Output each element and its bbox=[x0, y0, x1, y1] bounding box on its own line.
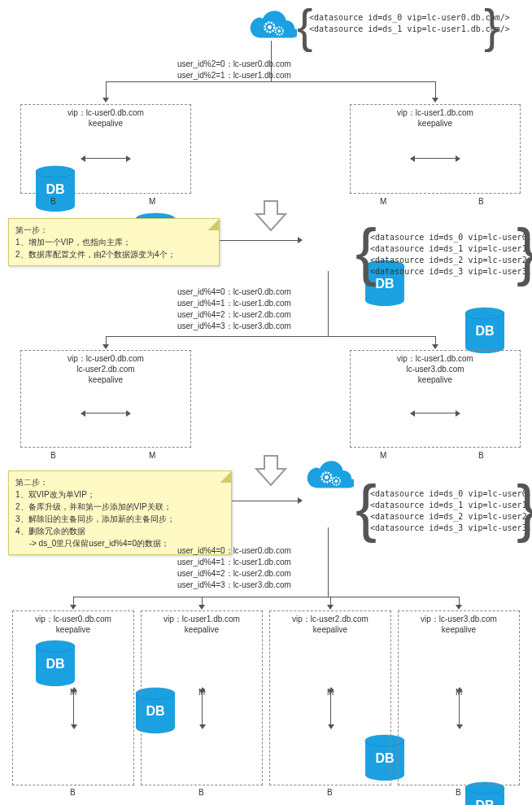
keepalive-label: keepalive bbox=[21, 118, 190, 129]
note-line: 2、数据库配置文件，由2个数据源变为4个； bbox=[15, 248, 212, 260]
b-label: B bbox=[327, 788, 333, 797]
connector-line bbox=[435, 81, 436, 99]
note-line: 2、备库升级，并和第一步添加的VIP关联； bbox=[15, 501, 225, 513]
connector-line bbox=[73, 597, 460, 597]
connector-line bbox=[232, 501, 299, 501]
note-line: 4、删除冗余的数据 bbox=[15, 525, 225, 537]
sync-arrow-icon bbox=[330, 692, 331, 724]
ds-line: <datasource id=ds_1 vip=lc-user1.db.com/… bbox=[370, 500, 532, 511]
group-label: vip：lc-user0.db.com keepalive bbox=[21, 105, 190, 129]
routing-line: user_id%2=0：lc-user0.db.com bbox=[177, 59, 291, 70]
vip-label: vip：lc-user1.db.com bbox=[351, 353, 520, 364]
ds-line: <datasource id=ds_1 vip=lc-user1.db.com/… bbox=[309, 24, 510, 35]
arrowhead-down-icon bbox=[432, 98, 438, 103]
db-text: DB bbox=[475, 324, 494, 339]
b-label: B bbox=[198, 788, 204, 797]
routing-line: user_id%4=3：lc-user3.db.com bbox=[177, 580, 291, 591]
connector-line bbox=[106, 81, 436, 82]
vip-label: vip：lc-user2.db.com bbox=[270, 614, 390, 624]
vip-label: vip：lc-user0.db.com bbox=[21, 107, 190, 118]
routing-rules: user_id%2=0：lc-user0.db.com user_id%2=1：… bbox=[177, 59, 291, 81]
ds-line: <datasource id=ds_3 vip=lc-user3.db.com/… bbox=[370, 523, 532, 534]
b-label: B bbox=[478, 197, 484, 206]
note-box-step1: 第一步： 1、增加一个VIP，也指向主库； 2、数据库配置文件，由2个数据源变为… bbox=[8, 218, 220, 266]
sync-arrow-icon bbox=[73, 692, 74, 724]
m-label: M bbox=[380, 197, 386, 206]
sync-arrow-icon bbox=[85, 158, 126, 159]
connector-line bbox=[106, 81, 107, 99]
routing-line: user_id%4=0：lc-user0.db.com bbox=[177, 545, 291, 557]
ds-line: <datasource id=ds_3 vip=lc-user3.db.com/… bbox=[370, 266, 532, 278]
ds-line: <datasource id=ds_0 vip=lc-user0.db.com/… bbox=[309, 12, 510, 24]
vip-label: lc-user3.db.com bbox=[351, 364, 520, 374]
keepalive-label: keepalive bbox=[351, 118, 520, 129]
keepalive-label: keepalive bbox=[399, 624, 519, 635]
sync-arrow-icon bbox=[85, 413, 126, 413]
arrowhead-down-icon bbox=[102, 344, 109, 349]
datasource-list: <datasource id=ds_0 vip=lc-user0.db.com/… bbox=[370, 232, 532, 278]
note-line: 3、解除旧的主备同步，添加新的主备同步； bbox=[15, 513, 225, 525]
routing-line: user_id%4=3：lc-user3.db.com bbox=[177, 321, 291, 332]
arrowhead-down-icon bbox=[432, 344, 438, 349]
m-label: M bbox=[149, 197, 155, 206]
big-arrow-down-icon bbox=[255, 454, 287, 487]
group-label: vip：lc-user0.db.com lc-user2.db.com keep… bbox=[21, 351, 190, 385]
m-label: M bbox=[149, 451, 155, 460]
b-label: B bbox=[50, 197, 56, 206]
m-label: M bbox=[380, 451, 386, 460]
brace-right-icon: } bbox=[484, 2, 499, 50]
note-line: 1、增加一个VIP，也指向主库； bbox=[15, 236, 212, 248]
routing-line: user_id%4=2：lc-user2.db.com bbox=[177, 309, 291, 321]
db-group-right: vip：lc-user1.db.com lc-user3.db.com keep… bbox=[350, 350, 521, 448]
arrowhead-right-icon bbox=[298, 497, 303, 504]
keepalive-label: keepalive bbox=[21, 374, 190, 385]
cloud-icon bbox=[305, 460, 354, 491]
note-box-step2: 第二步： 1、双VIP改为单VIP； 2、备库升级，并和第一步添加的VIP关联；… bbox=[8, 470, 232, 555]
routing-rules: user_id%4=0：lc-user0.db.com user_id%4=1：… bbox=[177, 287, 291, 332]
datasource-list: <datasource id=ds_0 vip=lc-user0.db.com/… bbox=[370, 488, 532, 534]
connector-line bbox=[106, 336, 436, 337]
keepalive-label: keepalive bbox=[270, 624, 390, 635]
vip-label: lc-user2.db.com bbox=[21, 364, 190, 374]
routing-line: user_id%4=1：lc-user1.db.com bbox=[177, 298, 291, 309]
group-label: vip：lc-user2.db.com keepalive bbox=[270, 611, 390, 635]
vip-label: vip：lc-user1.db.com bbox=[142, 614, 262, 624]
routing-rules: user_id%4=0：lc-user0.db.com user_id%4=1：… bbox=[177, 545, 291, 591]
cloud-icon bbox=[248, 10, 297, 41]
sync-arrow-icon bbox=[459, 692, 460, 724]
connector-line bbox=[328, 527, 329, 597]
keepalive-label: keepalive bbox=[351, 374, 520, 385]
connector-line bbox=[328, 271, 329, 336]
big-arrow-down-icon bbox=[255, 199, 287, 232]
ds-line: <datasource id=ds_0 vip=lc-user0.db.com/… bbox=[370, 488, 532, 500]
vip-label: vip：lc-user0.db.com bbox=[13, 614, 133, 624]
arrowhead-down-icon bbox=[327, 605, 334, 610]
arrowhead-down-icon bbox=[456, 605, 462, 610]
b-label: B bbox=[478, 451, 484, 460]
keepalive-label: keepalive bbox=[13, 624, 133, 635]
vip-label: vip：lc-user1.db.com bbox=[351, 107, 520, 118]
note-line: 1、双VIP改为单VIP； bbox=[15, 488, 225, 501]
sync-arrow-icon bbox=[415, 158, 456, 159]
datasource-list: <datasource id=ds_0 vip=lc-user0.db.com/… bbox=[309, 12, 510, 35]
arrowhead-down-icon bbox=[198, 605, 205, 610]
vip-label: vip：lc-user3.db.com bbox=[399, 614, 519, 624]
group-label: vip：lc-user1.db.com keepalive bbox=[142, 611, 262, 635]
sync-arrow-icon bbox=[415, 413, 456, 413]
b-label: B bbox=[456, 788, 461, 797]
ds-line: <datasource id=ds_0 vip=lc-user0.db.com/… bbox=[370, 232, 532, 243]
note-title: 第一步： bbox=[15, 224, 212, 236]
b-label: B bbox=[70, 788, 76, 797]
db-group-right: vip：lc-user1.db.com keepalive bbox=[350, 104, 521, 194]
group-label: vip：lc-user3.db.com keepalive bbox=[399, 611, 519, 635]
arrowhead-down-icon bbox=[70, 605, 76, 610]
group-label: vip：lc-user1.db.com keepalive bbox=[351, 105, 520, 129]
note-title: 第二步： bbox=[15, 476, 225, 488]
routing-line: user_id%4=2：lc-user2.db.com bbox=[177, 568, 291, 580]
routing-line: user_id%4=0：lc-user0.db.com bbox=[177, 287, 291, 298]
routing-line: user_id%2=1：lc-user1.db.com bbox=[177, 70, 291, 81]
ds-line: <datasource id=ds_2 vip=lc-user2.db.com/… bbox=[370, 511, 532, 523]
brace-right-icon: } bbox=[517, 476, 532, 540]
b-label: B bbox=[50, 451, 56, 460]
keepalive-label: keepalive bbox=[142, 624, 262, 635]
